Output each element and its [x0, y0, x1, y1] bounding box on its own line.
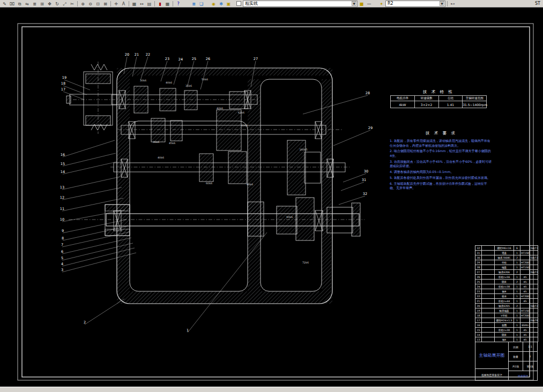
dimension-label: 62k6 [238, 111, 244, 114]
grid-icon[interactable]: ▦ [164, 1, 171, 7]
bom-row: 22箱体1HT200 [475, 294, 538, 299]
callout-leader-line [62, 187, 122, 200]
callout-leader-line [63, 140, 115, 157]
callout-number: 19 [62, 76, 66, 80]
toolbar-separator [173, 1, 173, 6]
zoom-out-icon[interactable]: ⊖ [87, 1, 94, 7]
chevron-down-icon[interactable]: ▼ [352, 1, 356, 6]
layer-on-icon[interactable]: ◉ [210, 1, 217, 7]
mirror-icon[interactable]: ⇋ [24, 1, 31, 7]
bom-cell: 带轮 [495, 260, 514, 265]
bom-cell [482, 337, 495, 342]
bom-cell [482, 270, 495, 275]
bom-cell: HT200 [520, 313, 530, 318]
drawing-canvas[interactable]: 2021222324252627191817161514131211109876… [0, 7, 543, 387]
callout-leader-line [341, 182, 364, 191]
bom-cell: GB/T276 [530, 304, 538, 308]
style-combo[interactable]: R2▼ [385, 1, 445, 7]
offset-icon[interactable]: ≣ [31, 1, 38, 7]
bom-cell: 轴Ⅱ [495, 337, 514, 342]
bom-row: 17螺母M24×1.51GB/T812 [475, 318, 538, 323]
bom-cell [482, 284, 495, 289]
bom-cell: 2 [514, 280, 520, 284]
bom-cell [530, 299, 538, 304]
spec-value-cell: 4kW [391, 101, 415, 108]
bom-row: 32螺钉M6×166GB/T70 [475, 246, 538, 251]
trim-icon[interactable]: ✂ [69, 1, 76, 7]
pan-icon[interactable]: ✛ [113, 1, 120, 7]
scale-icon[interactable]: ⤢ [61, 1, 68, 7]
bom-cell [482, 304, 495, 308]
chevron-down-icon[interactable]: ▼ [440, 1, 444, 6]
linetype-combo[interactable]: 粗实线▼ [243, 1, 358, 7]
bom-cell: 齿轮z=30 [495, 328, 514, 333]
layer-checkbox[interactable] [236, 1, 241, 6]
bom-cell [482, 294, 495, 299]
copy-icon[interactable]: ⧉ [16, 1, 23, 7]
bom-cell: 22 [475, 294, 482, 299]
rotate-icon[interactable]: ↻ [54, 1, 61, 7]
properties-icon[interactable]: ✦ [378, 1, 385, 7]
block-icon[interactable]: ▤ [146, 1, 153, 7]
zoom-window-icon[interactable]: ⊡ [94, 1, 101, 7]
linetype-icon[interactable]: — [366, 1, 373, 7]
bom-cell: 1 [514, 275, 520, 280]
bom-cell: 螺母M24×1.5 [495, 318, 514, 323]
callout-number: 27 [254, 57, 258, 61]
help-icon[interactable]: ? [175, 1, 182, 7]
layers-icon[interactable]: ≣ [190, 1, 197, 7]
spec-header-cell: 主轴转速范围 [463, 96, 487, 101]
plot-icon[interactable]: ▮ [157, 1, 163, 7]
dimension-icon[interactable]: ↔ [138, 1, 145, 7]
callout-number: 28 [366, 91, 370, 95]
array-icon[interactable]: ⊞ [39, 1, 46, 7]
bom-cell: 17 [475, 318, 482, 323]
layer-lock-icon[interactable]: ▣ [225, 1, 232, 7]
course-row: 毕业设计 [509, 371, 537, 380]
bom-row: 21齿轮z=44145 [475, 299, 538, 304]
bom-cell: 螺钉M6×16 [495, 246, 514, 251]
zoom-extents-icon[interactable]: ⊠ [102, 1, 109, 7]
callout-number: 30 [364, 169, 368, 174]
bom-cell: 26 [475, 275, 482, 280]
callout-number: 24 [178, 57, 183, 62]
bom-row: 16垫圈165Mn [475, 323, 538, 328]
toolbar-separator [110, 1, 111, 6]
qty-label: 数量 [509, 352, 523, 361]
table-icon[interactable]: ▦ [131, 1, 138, 7]
callout-leader-line [62, 177, 120, 190]
bom-cell: HT200 [520, 260, 530, 265]
linetype-combo-value: 粗实线 [245, 1, 258, 6]
bom-cell [530, 294, 538, 299]
eraser-icon[interactable]: ⌧ [9, 1, 16, 7]
layer-properties-icon[interactable]: ❏ [198, 1, 205, 7]
color-bylayer-icon[interactable]: ■ [358, 1, 365, 7]
tech-requirements-title: 技 术 要 求 [390, 131, 493, 136]
sheet-number: 第1张 [523, 361, 537, 371]
callout-number: 23 [165, 57, 169, 61]
callout-number: 14 [61, 170, 65, 174]
bom-cell: 31 [475, 251, 482, 255]
bom-cell: HT150 [520, 251, 530, 255]
bom-cell: 1 [514, 294, 520, 299]
match-properties-icon[interactable]: ⊷ [449, 1, 456, 7]
bom-table: 32螺钉M6×166GB/T7031透盖1HT15030轴承7008C2GB/T… [475, 245, 538, 342]
bom-cell [520, 304, 530, 308]
callout-number: 21 [135, 52, 139, 57]
bom-cell [530, 337, 538, 342]
dimension-label: 50k6 [202, 78, 208, 81]
bom-cell: 轴承7008C [495, 255, 514, 260]
pencil-icon[interactable]: ✎ [1, 1, 8, 7]
callout-number: 22 [146, 52, 150, 57]
bom-cell: 垫圈 [495, 323, 514, 328]
technical-drawing: 2021222324252627191817161514131211109876… [0, 7, 543, 387]
bom-cell [530, 328, 538, 333]
text-icon[interactable]: A [120, 1, 127, 7]
bom-cell: 2 [514, 270, 520, 275]
zoom-in-icon[interactable]: ⊕ [79, 1, 86, 7]
bom-cell [530, 265, 538, 270]
layer-freeze-icon[interactable]: ✻ [218, 1, 225, 7]
callout-number: 6 [61, 250, 63, 254]
move-icon[interactable]: ✥ [46, 1, 53, 7]
bom-cell: 1 [514, 289, 520, 294]
